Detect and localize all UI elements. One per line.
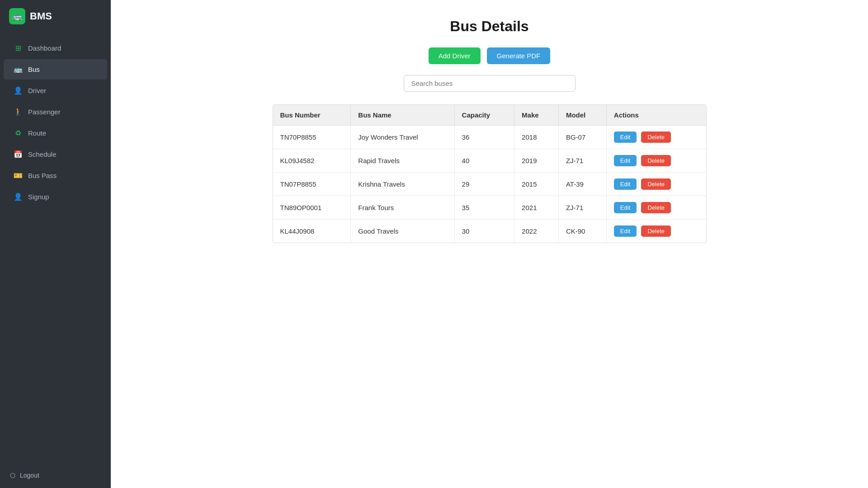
cell-capacity: 35 (454, 196, 514, 220)
route-icon: ♻ (14, 129, 23, 137)
cell-bus-number: TN07P8855 (273, 173, 351, 196)
logout-icon: ⬡ (10, 472, 15, 479)
cell-make: 2022 (514, 220, 559, 243)
edit-button[interactable]: Edit (614, 155, 637, 166)
delete-button[interactable]: Delete (641, 225, 671, 237)
sidebar: 🚌 BMS ⊞ Dashboard 🚌 Bus 👤 Driver 🚶 Passe… (0, 0, 111, 488)
edit-button[interactable]: Edit (614, 202, 637, 213)
sidebar-item-buspass[interactable]: 🎫 Bus Pass (4, 165, 107, 186)
logout-label: Logout (20, 472, 39, 479)
cell-bus-number: TN89OP0001 (273, 196, 351, 220)
page-title: Bus Details (133, 18, 845, 35)
table-row: KL09J4582 Rapid Travels 40 2019 ZJ-71 Ed… (273, 149, 706, 173)
sidebar-item-driver[interactable]: 👤 Driver (4, 80, 107, 101)
search-container (133, 75, 845, 92)
col-model: Model (558, 105, 606, 126)
dashboard-icon: ⊞ (14, 44, 23, 52)
cell-actions: Edit Delete (606, 220, 706, 243)
cell-make: 2019 (514, 149, 559, 173)
cell-actions: Edit Delete (606, 149, 706, 173)
table-row: TN70P8855 Joy Wonders Travel 36 2018 BG-… (273, 126, 706, 149)
table-header-row: Bus Number Bus Name Capacity Make Model … (273, 105, 706, 126)
cell-capacity: 30 (454, 220, 514, 243)
buspass-icon: 🎫 (14, 171, 23, 180)
cell-actions: Edit Delete (606, 173, 706, 196)
cell-bus-number: TN70P8855 (273, 126, 351, 149)
edit-button[interactable]: Edit (614, 178, 637, 190)
sidebar-item-label: Passenger (28, 108, 61, 116)
sidebar-item-label: Bus (28, 66, 40, 73)
cell-model: BG-07 (558, 126, 606, 149)
edit-button[interactable]: Edit (614, 131, 637, 143)
delete-button[interactable]: Delete (641, 202, 671, 213)
delete-button[interactable]: Delete (641, 178, 671, 190)
logo-icon: 🚌 (9, 8, 25, 24)
bus-table: Bus Number Bus Name Capacity Make Model … (273, 105, 706, 243)
cell-capacity: 40 (454, 149, 514, 173)
sidebar-nav: ⊞ Dashboard 🚌 Bus 👤 Driver 🚶 Passenger ♻… (0, 33, 111, 463)
cell-bus-name: Rapid Travels (351, 149, 454, 173)
cell-model: ZJ-71 (558, 149, 606, 173)
sidebar-item-label: Dashboard (28, 44, 61, 52)
action-buttons: Add Driver Generate PDF (133, 47, 845, 64)
cell-bus-name: Good Travels (351, 220, 454, 243)
cell-actions: Edit Delete (606, 196, 706, 220)
cell-capacity: 29 (454, 173, 514, 196)
search-input[interactable] (404, 75, 576, 92)
sidebar-item-signup[interactable]: 👤 Signup (4, 187, 107, 207)
table-row: TN89OP0001 Frank Tours 35 2021 ZJ-71 Edi… (273, 196, 706, 220)
generate-pdf-button[interactable]: Generate PDF (487, 47, 551, 64)
sidebar-item-schedule[interactable]: 📅 Schedule (4, 144, 107, 164)
sidebar-item-label: Driver (28, 87, 46, 94)
cell-capacity: 36 (454, 126, 514, 149)
col-make: Make (514, 105, 559, 126)
delete-button[interactable]: Delete (641, 155, 671, 166)
app-title: BMS (30, 10, 52, 22)
bus-table-wrapper: Bus Number Bus Name Capacity Make Model … (273, 104, 707, 243)
cell-make: 2018 (514, 126, 559, 149)
col-bus-number: Bus Number (273, 105, 351, 126)
cell-bus-name: Joy Wonders Travel (351, 126, 454, 149)
logout-button[interactable]: ⬡ Logout (0, 463, 111, 488)
sidebar-item-passenger[interactable]: 🚶 Passenger (4, 102, 107, 122)
cell-make: 2015 (514, 173, 559, 196)
col-capacity: Capacity (454, 105, 514, 126)
sidebar-item-label: Bus Pass (28, 172, 57, 179)
sidebar-item-route[interactable]: ♻ Route (4, 123, 107, 143)
edit-button[interactable]: Edit (614, 225, 637, 237)
table-row: TN07P8855 Krishna Travels 29 2015 AT-39 … (273, 173, 706, 196)
cell-make: 2021 (514, 196, 559, 220)
cell-bus-number: KL09J4582 (273, 149, 351, 173)
cell-model: ZJ-71 (558, 196, 606, 220)
sidebar-item-label: Signup (28, 193, 49, 201)
cell-bus-name: Frank Tours (351, 196, 454, 220)
sidebar-item-dashboard[interactable]: ⊞ Dashboard (4, 38, 107, 58)
cell-model: CK-90 (558, 220, 606, 243)
cell-actions: Edit Delete (606, 126, 706, 149)
col-bus-name: Bus Name (351, 105, 454, 126)
col-actions: Actions (606, 105, 706, 126)
app-logo[interactable]: 🚌 BMS (0, 0, 111, 33)
driver-icon: 👤 (14, 86, 23, 95)
cell-model: AT-39 (558, 173, 606, 196)
delete-button[interactable]: Delete (641, 131, 671, 143)
sidebar-item-label: Route (28, 129, 46, 137)
sidebar-item-bus[interactable]: 🚌 Bus (4, 59, 107, 80)
sidebar-item-label: Schedule (28, 150, 57, 158)
signup-icon: 👤 (14, 192, 23, 201)
main-content: Bus Details Add Driver Generate PDF Bus … (111, 0, 868, 488)
cell-bus-number: KL44J0908 (273, 220, 351, 243)
bus-icon: 🚌 (14, 65, 23, 74)
passenger-icon: 🚶 (14, 108, 23, 116)
add-driver-button[interactable]: Add Driver (429, 47, 481, 64)
table-row: KL44J0908 Good Travels 30 2022 CK-90 Edi… (273, 220, 706, 243)
cell-bus-name: Krishna Travels (351, 173, 454, 196)
schedule-icon: 📅 (14, 150, 23, 159)
